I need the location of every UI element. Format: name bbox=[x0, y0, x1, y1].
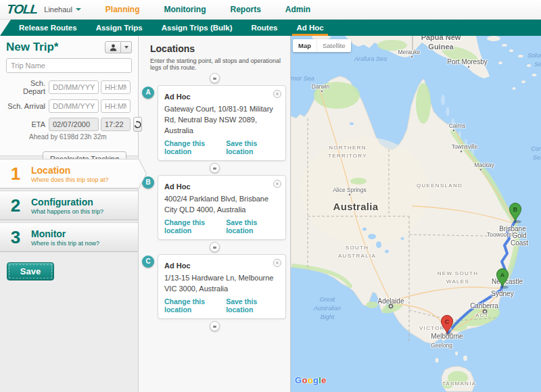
eta-date-input[interactable] bbox=[49, 118, 99, 131]
stop-address: 1/13-15 Hardware Ln, Melbourne VIC 3000,… bbox=[164, 273, 279, 295]
close-icon[interactable] bbox=[273, 180, 281, 188]
eta-label: ETA bbox=[6, 120, 45, 128]
locations-title: Locations bbox=[150, 43, 290, 54]
change-location-link[interactable]: Change this location bbox=[164, 297, 226, 314]
locations-subtitle: Enter the starting point, all stops and … bbox=[150, 57, 287, 71]
svg-text:C: C bbox=[445, 318, 450, 325]
insert-stop-button[interactable] bbox=[210, 242, 220, 252]
step-number: 1 bbox=[0, 164, 31, 185]
insert-stop-button[interactable] bbox=[210, 321, 220, 331]
trip-form: New Trip* Sch. Dep bbox=[0, 36, 138, 156]
close-icon[interactable] bbox=[273, 259, 281, 267]
context-label: Linehaul bbox=[44, 5, 72, 14]
stop-card: Ad Hoc 1/13-15 Hardware Ln, Melbourne VI… bbox=[158, 254, 286, 319]
stop-title: Ad Hoc bbox=[164, 262, 191, 270]
stop-badge: A bbox=[142, 87, 154, 99]
insert-stop-button[interactable] bbox=[210, 73, 220, 83]
stop-card: Ad Hoc 4002/4 Parkland Blvd, Brisbane Ci… bbox=[158, 175, 286, 240]
svg-text:B: B bbox=[513, 206, 518, 213]
toll-logo: TOLL bbox=[6, 2, 39, 17]
eta-ahead-text: Ahead by 6198d 23h 32m bbox=[29, 133, 132, 141]
arrival-date-input[interactable] bbox=[49, 99, 99, 113]
insert-stop-button[interactable] bbox=[210, 163, 220, 173]
user-icon bbox=[110, 44, 117, 51]
stop-c: C Ad Hoc 1/13-15 Hardware Ln, Melbourne … bbox=[158, 254, 286, 319]
stop-card: Ad Hoc Gateway Court, 10/81-91 Military … bbox=[158, 85, 286, 161]
step-location[interactable]: 1 Location Where does this trip stop at? bbox=[0, 159, 138, 189]
top-bar: TOLL Linehaul Planning Monitoring Report… bbox=[0, 0, 541, 20]
step-number: 3 bbox=[0, 227, 31, 248]
subnav-assign-trips-bulk[interactable]: Assign Trips (Bulk) bbox=[152, 20, 242, 36]
nav-planning[interactable]: Planning bbox=[93, 5, 152, 14]
step-configuration[interactable]: 2 Configuration What happens on this tri… bbox=[0, 191, 138, 220]
locations-panel: Locations Enter the starting point, all … bbox=[139, 36, 291, 392]
trip-name-input[interactable] bbox=[6, 58, 132, 73]
step-subtitle: What happens on this trip? bbox=[31, 208, 103, 215]
stop-address: 4002/4 Parkland Blvd, Brisbane City QLD … bbox=[164, 194, 279, 216]
subnav-assign-trips[interactable]: Assign Trips bbox=[87, 20, 152, 36]
chevron-down-icon bbox=[76, 8, 81, 11]
nav-admin[interactable]: Admin bbox=[273, 5, 323, 14]
depart-time-input[interactable] bbox=[101, 80, 131, 94]
map-type-satellite-button[interactable]: Satellite bbox=[316, 39, 351, 52]
stop-b: B Ad Hoc 4002/4 Parkland Blvd, Brisbane … bbox=[158, 175, 286, 240]
subnav-release-routes[interactable]: Release Routes bbox=[9, 20, 87, 36]
google-attribution-logo: Google bbox=[295, 375, 327, 385]
step-title: Location bbox=[31, 165, 109, 176]
step-title: Monitor bbox=[31, 228, 99, 239]
trip-steps: 1 Location Where does this trip stop at?… bbox=[0, 159, 138, 252]
subnav-routes[interactable]: Routes bbox=[241, 20, 287, 36]
change-location-link[interactable]: Change this location bbox=[164, 218, 226, 235]
stop-badge: C bbox=[142, 255, 154, 268]
save-location-link[interactable]: Save this location bbox=[226, 139, 279, 155]
map-marker-b[interactable]: B bbox=[510, 203, 522, 224]
page-title: New Trip* bbox=[6, 41, 58, 54]
arrival-label: Sch. Arrival bbox=[6, 102, 45, 110]
svg-text:A: A bbox=[500, 272, 505, 278]
map-type-control: Map Satellite bbox=[293, 39, 351, 52]
context-dropdown[interactable]: Linehaul bbox=[44, 5, 81, 14]
stop-a: A Ad Hoc Gateway Court, 10/81-91 Militar… bbox=[158, 85, 286, 161]
user-icon-button[interactable] bbox=[105, 41, 121, 53]
map-marker-c[interactable]: C bbox=[442, 316, 454, 336]
map-panel[interactable]: Papua New GuineaMeraukePort MoresbyArafu… bbox=[291, 36, 541, 392]
refresh-eta-button[interactable] bbox=[133, 117, 142, 132]
map-markers-layer: ABC bbox=[291, 36, 541, 392]
trip-panel: New Trip* Sch. Dep bbox=[0, 36, 139, 392]
arrival-time-input[interactable] bbox=[101, 99, 131, 113]
subnav-ad-hoc[interactable]: Ad Hoc bbox=[287, 20, 333, 36]
user-dropdown-button[interactable] bbox=[121, 41, 132, 53]
stop-title: Ad Hoc bbox=[164, 182, 191, 191]
refresh-icon bbox=[134, 121, 141, 128]
main-nav: Planning Monitoring Reports Admin bbox=[93, 0, 323, 19]
stop-address: Gateway Court, 10/81-91 Military Rd, Neu… bbox=[164, 104, 279, 137]
change-location-link[interactable]: Change this location bbox=[164, 139, 226, 155]
step-title: Configuration bbox=[31, 197, 103, 207]
step-subtitle: Where is this trip at now? bbox=[31, 240, 99, 247]
nav-reports[interactable]: Reports bbox=[218, 5, 273, 14]
save-location-link[interactable]: Save this location bbox=[226, 218, 279, 235]
assign-user-split-button bbox=[105, 41, 132, 53]
sub-nav: Release Routes Assign Trips Assign Trips… bbox=[0, 20, 541, 36]
eta-time-input[interactable] bbox=[101, 118, 131, 131]
app-window: TOLL Linehaul Planning Monitoring Report… bbox=[0, 0, 541, 392]
content-area: New Trip* Sch. Dep bbox=[0, 36, 541, 392]
depart-label: Sch. Depart bbox=[6, 79, 45, 95]
step-number: 2 bbox=[0, 195, 31, 216]
chevron-down-icon bbox=[124, 46, 128, 49]
map-marker-a[interactable]: A bbox=[497, 269, 509, 289]
map-type-map-button[interactable]: Map bbox=[293, 39, 316, 52]
step-subtitle: Where does this trip stop at? bbox=[31, 176, 109, 183]
step-monitor[interactable]: 3 Monitor Where is this trip at now? bbox=[0, 222, 138, 252]
save-button[interactable]: Save bbox=[7, 262, 54, 280]
depart-date-input[interactable] bbox=[49, 80, 99, 94]
stop-title: Ad Hoc bbox=[164, 93, 191, 101]
save-location-link[interactable]: Save this location bbox=[226, 297, 279, 314]
close-icon[interactable] bbox=[273, 90, 281, 98]
nav-monitoring[interactable]: Monitoring bbox=[152, 5, 218, 14]
